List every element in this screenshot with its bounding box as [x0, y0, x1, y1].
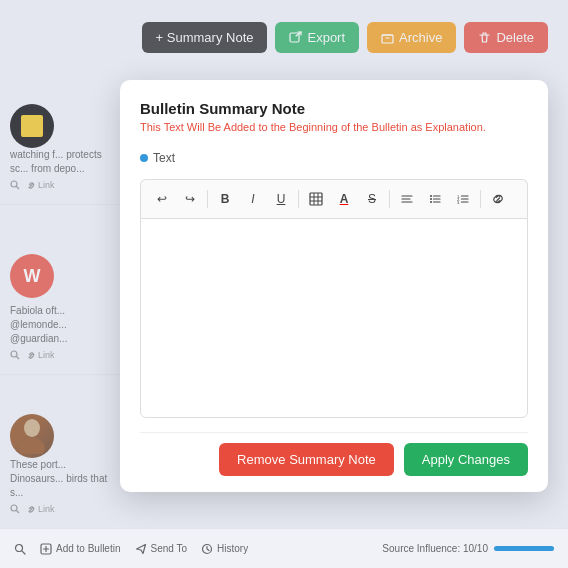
source-influence-label: Source Influence: 10/10 [382, 543, 488, 554]
svg-line-31 [22, 550, 25, 553]
add-to-bulletin-label: Add to Bulletin [56, 543, 121, 554]
remove-summary-button[interactable]: Remove Summary Note [219, 443, 394, 476]
underline-button[interactable]: U [268, 186, 294, 212]
tab-dot [140, 154, 148, 162]
toolbar-divider [389, 190, 390, 208]
bold-button[interactable]: B [212, 186, 238, 212]
table-button[interactable] [303, 186, 329, 212]
strikethrough-button[interactable]: S [359, 186, 385, 212]
editor-toolbar: ↩ ↪ B I U A S 1.2.3. [140, 179, 528, 218]
tab-text[interactable]: Text [140, 147, 187, 169]
svg-point-19 [430, 198, 432, 200]
numbers-button[interactable]: 1.2.3. [450, 186, 476, 212]
svg-point-20 [430, 201, 432, 203]
font-color-button[interactable]: A [331, 186, 357, 212]
link-button[interactable] [485, 186, 511, 212]
toolbar-divider [207, 190, 208, 208]
history-action[interactable]: History [201, 543, 248, 555]
source-influence: Source Influence: 10/10 [382, 543, 554, 554]
bottom-bar: Add to Bulletin Send To History Source I… [0, 528, 568, 568]
bullets-button[interactable] [422, 186, 448, 212]
redo-button[interactable]: ↪ [177, 186, 203, 212]
apply-changes-button[interactable]: Apply Changes [404, 443, 528, 476]
send-to-action[interactable]: Send To [135, 543, 188, 555]
modal-footer: Remove Summary Note Apply Changes [140, 432, 528, 476]
progress-bar-bg [494, 546, 554, 551]
toolbar-divider [480, 190, 481, 208]
send-to-label: Send To [151, 543, 188, 554]
tab-label: Text [153, 151, 175, 165]
svg-point-18 [430, 195, 432, 197]
toolbar-divider [298, 190, 299, 208]
modal-subtitle: This Text Will Be Added to the Beginning… [140, 121, 528, 133]
add-to-bulletin-action[interactable]: Add to Bulletin [40, 543, 121, 555]
zoom-action[interactable] [14, 543, 26, 555]
summary-note-modal: Bulletin Summary Note This Text Will Be … [120, 80, 548, 492]
tab-row: Text [140, 147, 528, 169]
svg-text:3.: 3. [457, 200, 460, 205]
modal-title: Bulletin Summary Note [140, 100, 528, 117]
editor-content-area[interactable] [140, 218, 528, 418]
undo-button[interactable]: ↩ [149, 186, 175, 212]
italic-button[interactable]: I [240, 186, 266, 212]
svg-rect-10 [310, 193, 322, 205]
history-label: History [217, 543, 248, 554]
align-button[interactable] [394, 186, 420, 212]
progress-bar-fill [494, 546, 554, 551]
